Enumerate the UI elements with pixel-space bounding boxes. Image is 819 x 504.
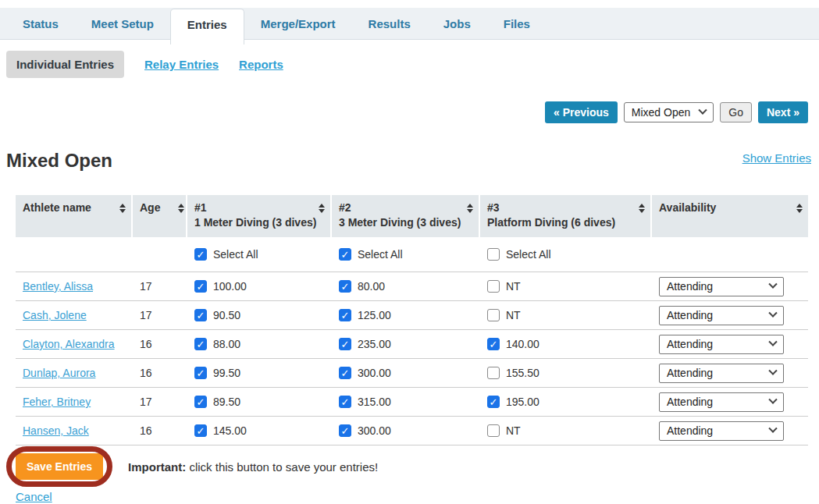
availability-value: Attending xyxy=(667,309,713,321)
athlete-name-link[interactable]: Bentley, Alissa xyxy=(23,280,93,293)
select-all-checkbox-event-3[interactable] xyxy=(487,248,500,261)
entry-checkbox-event-3[interactable] xyxy=(487,280,500,293)
tab-jobs[interactable]: Jobs xyxy=(427,9,487,39)
entry-checkbox-event-2[interactable] xyxy=(339,396,351,408)
entry-score: 100.00 xyxy=(213,280,247,293)
tab-files[interactable]: Files xyxy=(487,9,547,39)
sort-icon[interactable] xyxy=(319,204,325,213)
entry-checkbox-event-2[interactable] xyxy=(339,367,351,379)
show-entries-link[interactable]: Show Entries xyxy=(742,151,811,165)
entry-checkbox-event-2[interactable] xyxy=(339,424,351,437)
entry-checkbox-event-1[interactable] xyxy=(194,396,207,408)
entry-score: 80.00 xyxy=(358,280,385,293)
select-all-label: Select All xyxy=(213,248,258,261)
save-entries-button[interactable]: Save Entries xyxy=(16,453,103,480)
entry-checkbox-event-1[interactable] xyxy=(194,338,207,350)
entry-checkbox-event-1[interactable] xyxy=(194,280,207,293)
entry-checkbox-event-2[interactable] xyxy=(339,338,351,350)
entry-score: NT xyxy=(506,280,521,293)
chevron-down-icon xyxy=(768,338,777,346)
age-cell: 16 xyxy=(133,367,187,379)
header-athlete-name: Athlete name xyxy=(16,195,133,237)
go-button[interactable]: Go xyxy=(720,102,752,122)
subtab-relay-entries[interactable]: Relay Entries xyxy=(144,58,219,71)
entry-score: 145.00 xyxy=(213,424,247,437)
entry-checkbox-event-2[interactable] xyxy=(339,309,351,321)
entry-score: NT xyxy=(506,424,521,437)
athlete-name-link[interactable]: Dunlap, Aurora xyxy=(23,367,95,379)
table-row: Hansen, Jack 16 145.00 300.00 NT Attendi… xyxy=(16,417,808,445)
entries-subnav: Individual Entries Relay Entries Reports xyxy=(0,40,819,78)
entry-checkbox-event-3[interactable] xyxy=(487,424,500,437)
age-cell: 17 xyxy=(133,396,187,408)
subtab-individual-entries[interactable]: Individual Entries xyxy=(6,51,124,78)
tab-entries[interactable]: Entries xyxy=(170,9,244,44)
athlete-name-link[interactable]: Hansen, Jack xyxy=(23,424,89,437)
entry-score: 155.50 xyxy=(506,367,539,379)
event-select[interactable]: Mixed Open xyxy=(624,102,714,122)
athlete-name-link[interactable]: Feher, Britney xyxy=(23,396,91,408)
table-body: Bentley, Alissa 17 100.00 80.00 NT Atten… xyxy=(16,272,808,445)
entry-checkbox-event-3[interactable] xyxy=(487,338,500,350)
header-event-3: #3 Platform Diving (6 dives) xyxy=(480,195,652,237)
entry-score: 99.50 xyxy=(213,367,240,379)
page-title: Mixed Open xyxy=(6,150,112,172)
heading-row: Mixed Open Show Entries xyxy=(6,150,811,172)
availability-select[interactable]: Attending xyxy=(659,364,784,383)
cancel-link[interactable]: Cancel xyxy=(16,490,52,503)
entry-checkbox-event-1[interactable] xyxy=(194,367,207,379)
athlete-name-link[interactable]: Cash, Jolene xyxy=(23,309,87,321)
tab-results[interactable]: Results xyxy=(352,9,427,39)
availability-select[interactable]: Attending xyxy=(659,335,784,354)
header-event-2: #2 3 Meter Diving (3 dives) xyxy=(332,195,480,237)
tab-merge-export[interactable]: Merge/Export xyxy=(244,9,352,39)
chevron-down-icon xyxy=(699,106,707,115)
entry-checkbox-event-3[interactable] xyxy=(487,309,500,321)
next-button[interactable]: Next » xyxy=(758,101,808,123)
entry-score: 90.50 xyxy=(213,309,240,321)
header-event-1: #1 1 Meter Diving (3 dives) xyxy=(187,195,332,237)
previous-button[interactable]: « Previous xyxy=(545,101,618,123)
sort-icon[interactable] xyxy=(796,204,803,213)
event-select-value: Mixed Open xyxy=(632,106,690,119)
entries-table: Athlete name Age #1 1 Meter Diving (3 di… xyxy=(16,195,808,445)
header-availability: Availability xyxy=(652,195,808,237)
chevron-down-icon xyxy=(768,309,777,318)
entry-score: 300.00 xyxy=(358,367,391,379)
entry-score: 88.00 xyxy=(213,338,240,350)
availability-select[interactable]: Attending xyxy=(659,421,784,441)
table-row: Feher, Britney 17 89.50 315.00 195.00 At… xyxy=(16,388,808,417)
select-all-checkbox-event-2[interactable] xyxy=(339,248,351,261)
availability-select[interactable]: Attending xyxy=(659,392,784,412)
entry-score: NT xyxy=(506,309,521,321)
select-all-checkbox-event-1[interactable] xyxy=(194,248,207,261)
athlete-name-link[interactable]: Clayton, Alexandra xyxy=(23,338,115,350)
table-row: Dunlap, Aurora 16 99.50 300.00 155.50 At… xyxy=(16,359,808,388)
entry-checkbox-event-2[interactable] xyxy=(339,280,351,293)
sort-icon[interactable] xyxy=(178,204,184,213)
select-all-row: Select All Select All Select All xyxy=(16,237,808,272)
table-row: Cash, Jolene 17 90.50 125.00 NT Attendin… xyxy=(16,301,808,330)
entry-score: 235.00 xyxy=(358,338,391,350)
sort-icon[interactable] xyxy=(119,204,126,213)
availability-value: Attending xyxy=(667,424,713,437)
availability-value: Attending xyxy=(667,338,713,350)
tab-meet-setup[interactable]: Meet Setup xyxy=(75,9,170,39)
subtab-reports[interactable]: Reports xyxy=(239,58,283,71)
entry-checkbox-event-1[interactable] xyxy=(194,309,207,321)
availability-select[interactable]: Attending xyxy=(659,306,784,325)
entry-checkbox-event-1[interactable] xyxy=(194,424,207,437)
entry-checkbox-event-3[interactable] xyxy=(487,396,500,408)
tab-status[interactable]: Status xyxy=(6,9,75,39)
sort-icon[interactable] xyxy=(467,204,473,213)
age-cell: 16 xyxy=(133,424,187,437)
sort-icon[interactable] xyxy=(639,204,645,213)
entry-checkbox-event-3[interactable] xyxy=(487,367,500,379)
select-all-label: Select All xyxy=(506,248,551,261)
save-row: Save Entries Important: click this butto… xyxy=(16,453,819,480)
entry-score: 195.00 xyxy=(506,396,539,408)
table-row: Clayton, Alexandra 16 88.00 235.00 140.0… xyxy=(16,330,808,359)
availability-select[interactable]: Attending xyxy=(659,277,784,296)
availability-value: Attending xyxy=(667,396,713,408)
entry-score: 140.00 xyxy=(506,338,539,350)
